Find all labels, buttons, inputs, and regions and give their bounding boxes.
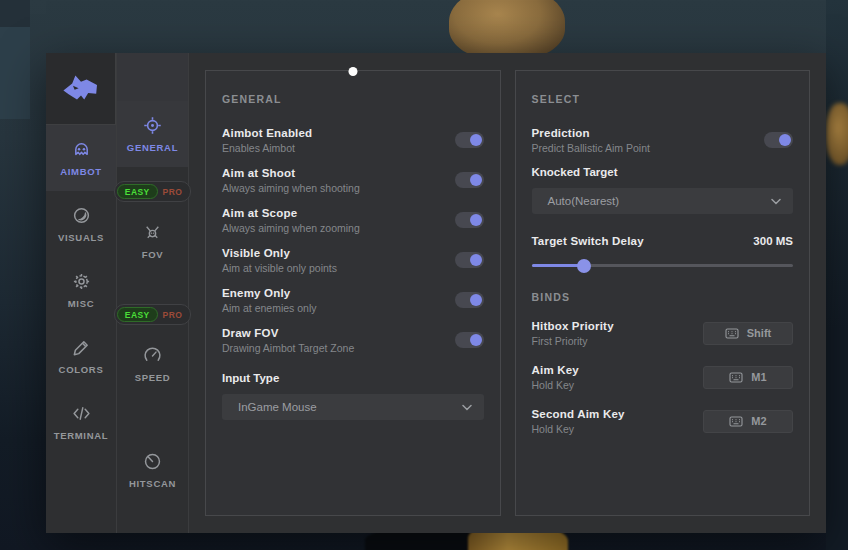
input-type-value: InGame Mouse xyxy=(238,401,317,413)
toggle-knob xyxy=(470,294,482,306)
hitbox-priority-keybind-button[interactable]: Shift xyxy=(703,322,793,345)
knocked-target-label: Knocked Target xyxy=(532,166,794,178)
eye-contrast-icon xyxy=(72,206,91,225)
general-panel: GENERAL Aimbot Enabled Enables Aimbot Ai… xyxy=(205,70,501,516)
pro-mode-badge[interactable]: PRO xyxy=(163,187,183,197)
page-indicator-dot xyxy=(348,67,357,76)
crosshair-icon xyxy=(143,116,162,135)
subnav-item-label: FOV xyxy=(142,249,164,260)
keyboard-icon xyxy=(729,372,743,383)
select-panel: SELECT Prediction Predict Ballistic Aim … xyxy=(515,70,811,516)
input-type-select[interactable]: InGame Mouse xyxy=(222,394,484,420)
subnav-item-label: SPEED xyxy=(135,372,171,383)
wolf-logo-icon xyxy=(61,73,101,105)
content-area: GENERAL Aimbot Enabled Enables Aimbot Ai… xyxy=(189,53,826,533)
setting-subtitle: Drawing Aimbot Target Zone xyxy=(222,342,354,354)
setting-title: Enemy Only xyxy=(222,286,317,300)
aimbot-enabled-toggle[interactable] xyxy=(455,132,484,148)
keybind-value: M2 xyxy=(751,415,766,427)
bind-row-aim-key: Aim Key Hold Key M1 xyxy=(532,363,794,391)
visible-only-toggle[interactable] xyxy=(455,252,484,268)
target-switch-delay-row: Target Switch Delay 300 MS xyxy=(532,234,794,248)
subnav-item-general[interactable]: GENERAL xyxy=(117,101,188,167)
knocked-target-select[interactable]: Auto(Nearest) xyxy=(532,188,794,214)
prediction-toggle[interactable] xyxy=(764,132,793,148)
sidebar-item-label: TERMINAL xyxy=(54,430,109,441)
background-right-strip xyxy=(826,0,848,550)
sidebar-item-aimbot[interactable]: AIMBOT xyxy=(46,125,116,191)
sidebar-item-label: AIMBOT xyxy=(60,166,102,177)
enemy-only-toggle[interactable] xyxy=(455,292,484,308)
sidebar-item-visuals[interactable]: VISUALS xyxy=(46,191,116,257)
draw-fov-toggle[interactable] xyxy=(455,332,484,348)
target-switch-delay-label: Target Switch Delay xyxy=(532,234,644,248)
bind-row-hitbox-priority: Hitbox Priority First Priority Shift xyxy=(532,319,794,347)
setting-title: Hitbox Priority xyxy=(532,319,614,333)
second-aim-key-keybind-button[interactable]: M2 xyxy=(703,410,793,433)
aimbot-subnav: GENERAL EASY PRO FOV EASY PRO S xyxy=(117,53,189,533)
code-terminal-icon xyxy=(72,404,91,423)
sidebar-item-terminal[interactable]: TERMINAL xyxy=(46,389,116,455)
keyboard-icon xyxy=(725,328,739,339)
general-panel-header: GENERAL xyxy=(222,93,484,105)
chevron-down-icon xyxy=(771,198,781,205)
keyboard-icon xyxy=(729,416,743,427)
knocked-target-value: Auto(Nearest) xyxy=(548,195,620,207)
toggle-knob xyxy=(470,214,482,226)
setting-subtitle: Aim at enemies only xyxy=(222,302,317,314)
main-sidebar: AIMBOT VISUALS MISC COLORS xyxy=(46,53,117,533)
speed-gauge-icon xyxy=(143,346,162,365)
sidebar-item-label: COLORS xyxy=(59,364,104,375)
bind-row-second-aim-key: Second Aim Key Hold Key M2 xyxy=(532,407,794,435)
hitscan-stopwatch-icon xyxy=(143,452,162,471)
setting-title: Aim at Scope xyxy=(222,206,360,220)
setting-row-enemy-only: Enemy Only Aim at enemies only xyxy=(222,286,484,314)
input-type-label: Input Type xyxy=(222,372,484,384)
background-character-head xyxy=(449,0,565,60)
setting-row-aim-at-scope: Aim at Scope Always aiming when zooming xyxy=(222,206,484,234)
setting-row-draw-fov: Draw FOV Drawing Aimbot Target Zone xyxy=(222,326,484,354)
subnav-item-label: GENERAL xyxy=(127,142,178,153)
fov-bug-icon xyxy=(143,223,162,242)
mode-badge-general[interactable]: EASY PRO xyxy=(114,181,191,202)
easy-mode-badge[interactable]: EASY xyxy=(117,184,158,199)
app-logo[interactable] xyxy=(46,53,116,125)
slider-knob[interactable] xyxy=(577,259,591,273)
setting-subtitle: Hold Key xyxy=(532,423,625,435)
setting-title: Second Aim Key xyxy=(532,407,625,421)
setting-row-aimbot-enabled: Aimbot Enabled Enables Aimbot xyxy=(222,126,484,154)
sidebar-item-label: VISUALS xyxy=(58,232,104,243)
toggle-knob xyxy=(470,334,482,346)
gear-icon xyxy=(72,272,91,291)
target-switch-delay-slider[interactable] xyxy=(532,264,794,267)
subnav-active-block: GENERAL xyxy=(117,53,188,167)
background-character-arm xyxy=(826,103,848,165)
setting-subtitle: Hold Key xyxy=(532,379,579,391)
keybind-value: Shift xyxy=(747,327,771,339)
subnav-item-speed[interactable]: SPEED xyxy=(117,331,188,397)
aim-key-keybind-button[interactable]: M1 xyxy=(703,366,793,389)
setting-subtitle: Always aiming when zooming xyxy=(222,222,360,234)
skull-icon xyxy=(72,140,91,159)
subnav-item-label: HITSCAN xyxy=(129,478,176,489)
keybind-value: M1 xyxy=(751,371,766,383)
easy-mode-badge[interactable]: EASY xyxy=(117,307,158,322)
target-switch-delay-value: 300 MS xyxy=(753,235,793,247)
subnav-item-hitscan[interactable]: HITSCAN xyxy=(117,437,188,503)
setting-subtitle: Enables Aimbot xyxy=(222,142,312,154)
sidebar-item-colors[interactable]: COLORS xyxy=(46,323,116,389)
background-wall-dark xyxy=(0,0,30,27)
aim-at-shoot-toggle[interactable] xyxy=(455,172,484,188)
mode-badge-speed[interactable]: EASY PRO xyxy=(114,304,191,325)
setting-subtitle: Always aiming when shooting xyxy=(222,182,360,194)
setting-title: Aim at Shoot xyxy=(222,166,360,180)
setting-subtitle: Aim at visible only points xyxy=(222,262,337,274)
aim-at-scope-toggle[interactable] xyxy=(455,212,484,228)
subnav-item-fov[interactable]: FOV xyxy=(117,208,188,274)
slider-fill xyxy=(532,264,584,267)
toggle-knob xyxy=(779,134,791,146)
toggle-knob xyxy=(470,174,482,186)
sidebar-item-misc[interactable]: MISC xyxy=(46,257,116,323)
setting-title: Aim Key xyxy=(532,363,579,377)
pro-mode-badge[interactable]: PRO xyxy=(163,310,183,320)
